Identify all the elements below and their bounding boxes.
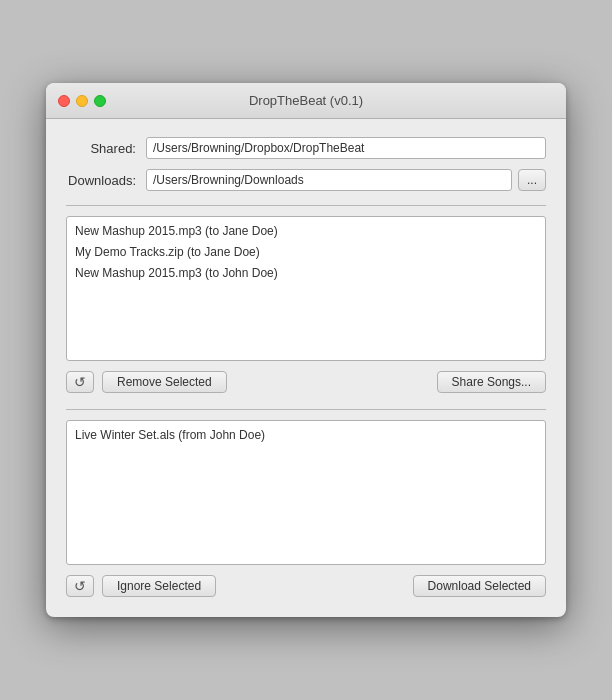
download-selected-button[interactable]: Download Selected	[413, 575, 546, 597]
list-item[interactable]: New Mashup 2015.mp3 (to Jane Doe)	[71, 221, 541, 242]
shared-input[interactable]	[146, 137, 546, 159]
downloads-left-buttons: ↺ Ignore Selected	[66, 575, 216, 597]
divider-1	[66, 205, 546, 206]
ignore-selected-button[interactable]: Ignore Selected	[102, 575, 216, 597]
remove-selected-button[interactable]: Remove Selected	[102, 371, 227, 393]
divider-2	[66, 409, 546, 410]
share-songs-button[interactable]: Share Songs...	[437, 371, 546, 393]
refresh-icon: ↺	[74, 578, 86, 594]
window-title: DropTheBeat (v0.1)	[249, 93, 363, 108]
refresh-icon: ↺	[74, 374, 86, 390]
shared-left-buttons: ↺ Remove Selected	[66, 371, 227, 393]
downloads-row: Downloads: ...	[66, 169, 546, 191]
window-content: Shared: Downloads: ... New Mashup 2015.m…	[46, 119, 566, 617]
shared-label: Shared:	[66, 141, 146, 156]
downloads-list[interactable]: Live Winter Set.als (from John Doe)	[66, 420, 546, 565]
downloads-label: Downloads:	[66, 173, 146, 188]
traffic-lights	[46, 95, 106, 107]
shared-refresh-button[interactable]: ↺	[66, 371, 94, 393]
minimize-button[interactable]	[76, 95, 88, 107]
maximize-button[interactable]	[94, 95, 106, 107]
app-window: DropTheBeat (v0.1) Shared: Downloads: ..…	[46, 83, 566, 617]
title-bar: DropTheBeat (v0.1)	[46, 83, 566, 119]
list-item[interactable]: My Demo Tracks.zip (to Jane Doe)	[71, 242, 541, 263]
downloads-input[interactable]	[146, 169, 512, 191]
shared-button-row: ↺ Remove Selected Share Songs...	[66, 371, 546, 393]
list-item[interactable]: Live Winter Set.als (from John Doe)	[71, 425, 541, 446]
shared-list[interactable]: New Mashup 2015.mp3 (to Jane Doe) My Dem…	[66, 216, 546, 361]
close-button[interactable]	[58, 95, 70, 107]
list-item[interactable]: New Mashup 2015.mp3 (to John Doe)	[71, 263, 541, 284]
browse-button[interactable]: ...	[518, 169, 546, 191]
downloads-refresh-button[interactable]: ↺	[66, 575, 94, 597]
shared-row: Shared:	[66, 137, 546, 159]
downloads-button-row: ↺ Ignore Selected Download Selected	[66, 575, 546, 597]
